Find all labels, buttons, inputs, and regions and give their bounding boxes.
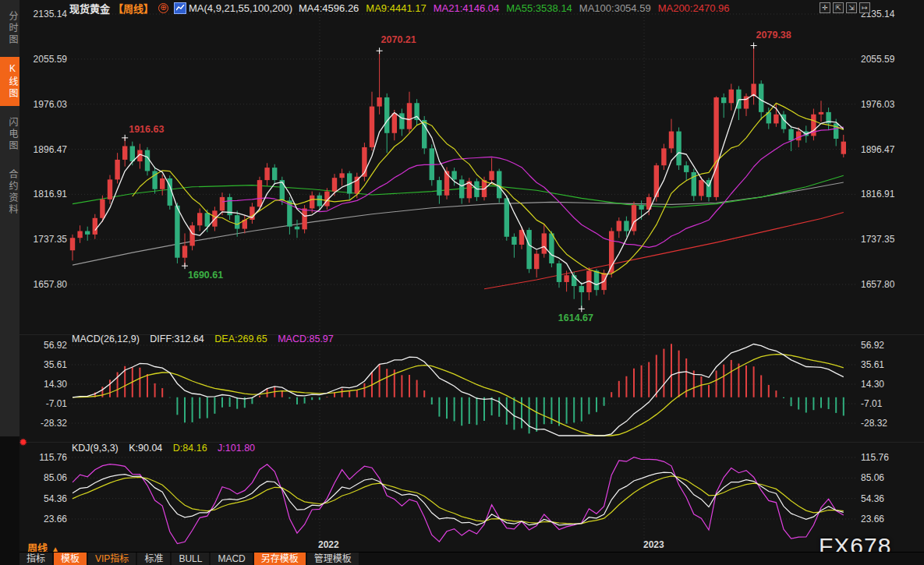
- shift-right-icon[interactable]: ↦: [859, 2, 870, 13]
- kdj-j-value: J:101.80: [218, 443, 255, 454]
- svg-text:1976.03: 1976.03: [34, 99, 68, 110]
- ma-values: MA4:4596.26MA9:4441.17MA21:4146.04MA55:3…: [299, 2, 736, 14]
- svg-text:56.92: 56.92: [44, 340, 67, 351]
- scale-top-icon[interactable]: ⇱: [833, 2, 844, 13]
- ma-value: MA4:4596.26: [299, 2, 359, 14]
- svg-text:35.61: 35.61: [861, 359, 884, 370]
- bottom-tab-另存模板[interactable]: 另存模板: [254, 553, 306, 565]
- bottom-tab-bar: 指标模板VIP指标标准BULLMACD另存模板管理模板: [19, 552, 924, 565]
- sidebar-item-K线图[interactable]: K线图: [0, 57, 19, 106]
- bottom-tab-BULL[interactable]: BULL: [172, 553, 209, 565]
- ma-value: MA9:4441.17: [366, 2, 426, 14]
- sidebar: 分时图K线图闪电图合约资料: [0, 0, 19, 436]
- sidebar-lower-strip: [0, 436, 19, 565]
- svg-text:1916.63: 1916.63: [129, 124, 164, 135]
- kdj-layer: [73, 457, 844, 544]
- macd-macd-value: MACD:85.97: [278, 334, 334, 344]
- ma-value: MA55:3538.14: [506, 2, 572, 14]
- svg-text:1737.35: 1737.35: [34, 234, 68, 245]
- move-icon[interactable]: ✛: [820, 2, 830, 13]
- svg-text:1816.91: 1816.91: [861, 189, 895, 200]
- bottom-tab-VIP指标[interactable]: VIP指标: [88, 553, 136, 565]
- add-indicator-icon[interactable]: ⊕: [158, 3, 168, 13]
- svg-text:54.36: 54.36: [861, 493, 884, 504]
- kdj-header: KDJ(9,3,3) K:90.04 D:84.16 J:101.80: [72, 443, 263, 454]
- chart-header: 现货黄金 【周线】 ⊕ MA(4,9,21,55,100,200) MA4:45…: [69, 2, 736, 15]
- burst-icon: ✹: [19, 437, 27, 447]
- svg-text:1976.03: 1976.03: [861, 99, 895, 110]
- macd-title: MACD(26,12,9): [72, 334, 140, 344]
- macd-layer: [73, 344, 844, 436]
- candlestick-chart[interactable]: 1916.631690.612070.211614.672079.382135.…: [0, 0, 924, 565]
- svg-text:14.30: 14.30: [861, 379, 884, 390]
- svg-text:2055.59: 2055.59: [34, 54, 68, 65]
- ma-value: MA200:2470.96: [658, 2, 730, 14]
- chart-toolbar: ✛⇱⇲↦: [820, 2, 870, 13]
- svg-text:2022: 2022: [318, 539, 339, 550]
- grid-layer: [0, 14, 924, 549]
- chart-type-icon[interactable]: [174, 2, 186, 14]
- svg-text:115.76: 115.76: [39, 452, 67, 463]
- sidebar-item-合约资料[interactable]: 合约资料: [0, 163, 19, 222]
- ma-value: MA100:3054.59: [579, 2, 651, 14]
- macd-header: MACD(26,12,9) DIFF:312.64 DEA:269.65 MAC…: [72, 334, 342, 344]
- svg-text:115.76: 115.76: [861, 452, 889, 463]
- svg-text:54.36: 54.36: [44, 493, 67, 504]
- scale-right-icon[interactable]: ⇲: [846, 2, 857, 13]
- ma-group-label: MA(4,9,21,55,100,200): [189, 2, 292, 14]
- svg-text:35.61: 35.61: [44, 359, 67, 370]
- svg-text:1614.67: 1614.67: [558, 313, 593, 323]
- svg-text:2070.21: 2070.21: [381, 34, 416, 45]
- svg-text:23.66: 23.66: [861, 514, 884, 524]
- svg-text:2055.59: 2055.59: [861, 54, 895, 65]
- kdj-d-value: D:84.16: [173, 443, 207, 454]
- svg-text:85.06: 85.06: [861, 472, 884, 483]
- svg-text:1737.35: 1737.35: [861, 234, 895, 245]
- svg-text:14.30: 14.30: [44, 379, 67, 390]
- bottom-tab-模板[interactable]: 模板: [54, 553, 87, 565]
- svg-text:56.92: 56.92: [861, 340, 884, 351]
- svg-text:1657.80: 1657.80: [34, 279, 68, 290]
- candles-layer: [70, 46, 846, 309]
- svg-text:23.66: 23.66: [44, 514, 67, 524]
- svg-text:85.06: 85.06: [44, 472, 67, 483]
- kdj-title: KDJ(9,3,3): [72, 443, 119, 454]
- symbol-title: 现货黄金: [69, 1, 110, 16]
- axis-labels-layer: 2135.142135.142055.592055.591976.031976.…: [34, 9, 895, 550]
- svg-text:-28.32: -28.32: [41, 418, 67, 429]
- macd-dea-value: DEA:269.65: [214, 334, 267, 344]
- period-tag: 【周线】: [113, 1, 154, 16]
- macd-diff-value: DIFF:312.64: [150, 334, 204, 344]
- svg-text:1657.80: 1657.80: [861, 279, 895, 290]
- bottom-tab-管理模板[interactable]: 管理模板: [307, 553, 359, 565]
- bottom-tab-指标[interactable]: 指标: [19, 553, 52, 565]
- svg-text:-28.32: -28.32: [861, 418, 887, 429]
- app-window: 1916.631690.612070.211614.672079.382135.…: [0, 0, 924, 565]
- sidebar-item-分时图[interactable]: 分时图: [0, 5, 19, 52]
- svg-text:1690.61: 1690.61: [188, 270, 223, 281]
- svg-text:1896.47: 1896.47: [34, 144, 68, 155]
- svg-text:2023: 2023: [643, 539, 664, 550]
- bottom-tab-MACD[interactable]: MACD: [211, 553, 252, 565]
- kdj-k-value: K:90.04: [129, 443, 162, 454]
- svg-text:1816.91: 1816.91: [34, 189, 68, 200]
- svg-text:1896.47: 1896.47: [861, 144, 895, 155]
- bottom-tab-标准[interactable]: 标准: [137, 553, 170, 565]
- svg-text:-7.01: -7.01: [861, 398, 883, 409]
- svg-text:-7.01: -7.01: [46, 398, 68, 409]
- ma-value: MA21:4146.04: [434, 2, 500, 14]
- sidebar-item-闪电图[interactable]: 闪电图: [0, 111, 19, 158]
- svg-text:2135.14: 2135.14: [34, 9, 68, 19]
- svg-text:2079.38: 2079.38: [756, 30, 791, 41]
